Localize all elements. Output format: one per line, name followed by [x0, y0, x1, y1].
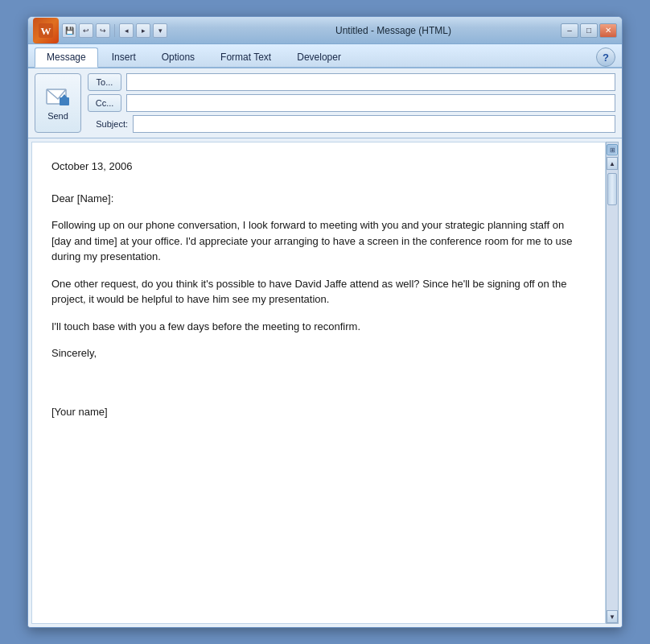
- scroll-up-button[interactable]: ▲: [607, 157, 618, 170]
- to-row: To...: [88, 73, 615, 91]
- cc-button[interactable]: Cc...: [88, 94, 121, 112]
- email-paragraph3: I'll touch base with you a few days befo…: [51, 319, 586, 335]
- close-button[interactable]: ✕: [599, 23, 617, 38]
- email-body[interactable]: October 13, 2006 Dear [Name]: Following …: [31, 142, 606, 624]
- subject-row: Subject:: [88, 115, 615, 133]
- send-label: Send: [47, 111, 68, 121]
- dropdown-btn[interactable]: ▾: [153, 23, 167, 38]
- email-form: Send To... Cc... Subject:: [28, 68, 622, 138]
- subject-input[interactable]: [133, 115, 615, 133]
- tab-format-text[interactable]: Format Text: [208, 47, 283, 67]
- redo-btn[interactable]: ↪: [96, 23, 110, 38]
- to-input[interactable]: [126, 73, 615, 91]
- scroll-down-button[interactable]: ▼: [607, 610, 618, 623]
- ribbon: Message Insert Options Format Text Devel…: [28, 44, 622, 68]
- restore-button[interactable]: □: [580, 23, 598, 38]
- scroll-track: [607, 170, 618, 610]
- svg-text:W: W: [41, 25, 51, 37]
- cc-input[interactable]: [126, 94, 615, 112]
- scrollbar[interactable]: ⊞ ▲ ▼: [606, 142, 619, 624]
- outlook-window: W 💾 ↩ ↪ ◂ ▸ ▾ Untitled - Message (HTML) …: [27, 16, 623, 628]
- tab-options[interactable]: Options: [150, 47, 207, 67]
- cc-row: Cc...: [88, 94, 615, 112]
- email-greeting: Dear [Name]:: [51, 191, 586, 207]
- email-date: October 13, 2006: [51, 159, 586, 175]
- email-paragraph1: Following up on our phone conversation, …: [51, 217, 586, 265]
- email-paragraph2: One other request, do you think it's pos…: [51, 276, 586, 308]
- svg-text:⊞: ⊞: [610, 147, 615, 154]
- tab-developer[interactable]: Developer: [285, 47, 353, 67]
- scroll-thumb[interactable]: [607, 173, 617, 205]
- ribbon-tab-list: Message Insert Options Format Text Devel…: [28, 44, 622, 67]
- window-controls: – □ ✕: [561, 23, 617, 38]
- email-closing: Sincerely,: [51, 345, 586, 361]
- email-signature: [Your name]: [51, 404, 586, 420]
- scroll-top-icon[interactable]: ⊞: [607, 144, 618, 155]
- subject-label: Subject:: [88, 119, 128, 129]
- help-button[interactable]: ?: [596, 47, 615, 67]
- window-title: Untitled - Message (HTML): [229, 25, 557, 36]
- undo-btn[interactable]: ↩: [79, 23, 93, 38]
- quick-access-toolbar: 💾 ↩ ↪ ◂ ▸ ▾: [62, 23, 226, 38]
- to-button[interactable]: To...: [88, 73, 121, 91]
- email-body-wrapper: October 13, 2006 Dear [Name]: Following …: [28, 138, 622, 627]
- qa-separator: [114, 24, 115, 37]
- send-icon: [45, 86, 71, 109]
- send-button[interactable]: Send: [35, 73, 81, 133]
- arrow-right-btn[interactable]: ▸: [136, 23, 150, 38]
- form-fields: To... Cc... Subject:: [88, 73, 615, 133]
- minimize-button[interactable]: –: [561, 23, 578, 38]
- title-bar: W 💾 ↩ ↪ ◂ ▸ ▾ Untitled - Message (HTML) …: [28, 17, 622, 44]
- arrow-left-btn[interactable]: ◂: [119, 23, 134, 38]
- office-logo: W: [33, 18, 59, 43]
- tab-insert[interactable]: Insert: [100, 47, 148, 67]
- tab-message[interactable]: Message: [35, 47, 98, 68]
- save-quick-btn[interactable]: 💾: [62, 23, 76, 38]
